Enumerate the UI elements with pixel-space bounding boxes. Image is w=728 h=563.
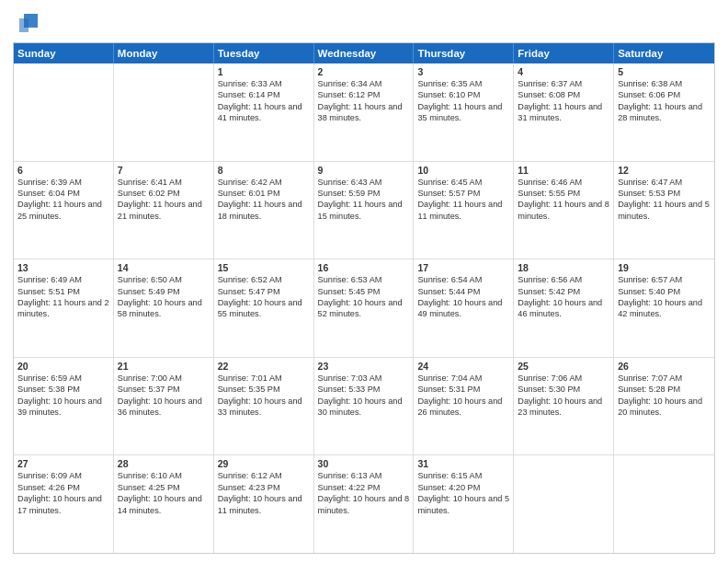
page: SundayMondayTuesdayWednesdayThursdayFrid… [0,0,728,563]
day-info: Sunrise: 6:09 AM Sunset: 4:26 PM Dayligh… [17,470,109,516]
day-number: 11 [518,165,609,176]
day-number: 5 [618,66,711,77]
cal-cell-empty-4-6 [614,455,714,553]
cal-cell-empty-0-0 [14,63,114,161]
cal-row-0: 1Sunrise: 6:33 AM Sunset: 6:14 PM Daylig… [14,63,714,162]
cal-cell-1: 1Sunrise: 6:33 AM Sunset: 6:14 PM Daylig… [214,63,314,161]
day-info: Sunrise: 6:38 AM Sunset: 6:06 PM Dayligh… [618,78,711,124]
day-info: Sunrise: 6:34 AM Sunset: 6:12 PM Dayligh… [318,78,410,124]
day-info: Sunrise: 6:35 AM Sunset: 6:10 PM Dayligh… [417,78,509,124]
day-number: 14 [118,262,210,273]
day-number: 23 [318,361,410,372]
cal-cell-29: 29Sunrise: 6:12 AM Sunset: 4:23 PM Dayli… [214,455,314,553]
cal-cell-15: 15Sunrise: 6:52 AM Sunset: 5:47 PM Dayli… [214,259,314,357]
header-day-tuesday: Tuesday [214,43,314,63]
cal-cell-2: 2Sunrise: 6:34 AM Sunset: 6:12 PM Daylig… [314,63,415,161]
day-number: 27 [17,458,109,469]
calendar: SundayMondayTuesdayWednesdayThursdayFrid… [13,42,715,554]
cal-cell-17: 17Sunrise: 6:54 AM Sunset: 5:44 PM Dayli… [414,259,514,357]
cal-row-3: 20Sunrise: 6:59 AM Sunset: 5:38 PM Dayli… [14,358,714,456]
svg-marker-1 [19,18,28,32]
day-info: Sunrise: 6:57 AM Sunset: 5:40 PM Dayligh… [618,274,711,320]
day-info: Sunrise: 6:53 AM Sunset: 5:45 PM Dayligh… [318,274,410,320]
cal-cell-6: 6Sunrise: 6:39 AM Sunset: 6:04 PM Daylig… [14,162,114,259]
day-number: 15 [218,262,310,273]
header-day-monday: Monday [114,43,214,63]
day-info: Sunrise: 6:41 AM Sunset: 6:02 PM Dayligh… [118,177,210,223]
day-info: Sunrise: 6:12 AM Sunset: 4:23 PM Dayligh… [218,470,310,516]
cal-cell-21: 21Sunrise: 7:00 AM Sunset: 5:37 PM Dayli… [114,358,214,455]
day-number: 30 [318,458,410,469]
day-info: Sunrise: 6:50 AM Sunset: 5:49 PM Dayligh… [118,274,210,320]
day-info: Sunrise: 6:54 AM Sunset: 5:44 PM Dayligh… [417,274,509,320]
cal-cell-8: 8Sunrise: 6:42 AM Sunset: 6:01 PM Daylig… [214,162,314,259]
cal-cell-24: 24Sunrise: 7:04 AM Sunset: 5:31 PM Dayli… [414,358,514,455]
day-number: 7 [118,165,210,176]
cal-cell-13: 13Sunrise: 6:49 AM Sunset: 5:51 PM Dayli… [14,259,114,357]
day-number: 18 [518,262,609,273]
day-info: Sunrise: 6:37 AM Sunset: 6:08 PM Dayligh… [518,78,609,124]
day-number: 3 [417,66,509,77]
day-info: Sunrise: 6:13 AM Sunset: 4:22 PM Dayligh… [318,470,410,516]
day-info: Sunrise: 7:04 AM Sunset: 5:31 PM Dayligh… [417,373,509,419]
day-number: 1 [218,66,310,77]
day-info: Sunrise: 6:59 AM Sunset: 5:38 PM Dayligh… [17,373,109,419]
day-number: 4 [518,66,609,77]
cal-row-1: 6Sunrise: 6:39 AM Sunset: 6:04 PM Daylig… [14,162,714,260]
header-day-sunday: Sunday [14,43,114,63]
cal-cell-19: 19Sunrise: 6:57 AM Sunset: 5:40 PM Dayli… [614,259,714,357]
day-info: Sunrise: 6:42 AM Sunset: 6:01 PM Dayligh… [218,177,310,223]
cal-cell-27: 27Sunrise: 6:09 AM Sunset: 4:26 PM Dayli… [14,455,114,553]
cal-cell-5: 5Sunrise: 6:38 AM Sunset: 6:06 PM Daylig… [614,63,714,161]
header-day-thursday: Thursday [414,43,514,63]
cal-cell-10: 10Sunrise: 6:45 AM Sunset: 5:57 PM Dayli… [414,162,514,259]
cal-row-4: 27Sunrise: 6:09 AM Sunset: 4:26 PM Dayli… [14,455,714,553]
day-info: Sunrise: 6:10 AM Sunset: 4:25 PM Dayligh… [118,470,210,516]
day-number: 20 [17,361,109,372]
day-number: 25 [518,361,609,372]
day-info: Sunrise: 6:46 AM Sunset: 5:55 PM Dayligh… [518,177,609,223]
day-info: Sunrise: 7:01 AM Sunset: 5:35 PM Dayligh… [218,373,310,419]
day-info: Sunrise: 6:43 AM Sunset: 5:59 PM Dayligh… [318,177,410,223]
day-info: Sunrise: 6:33 AM Sunset: 6:14 PM Dayligh… [218,78,310,124]
day-info: Sunrise: 6:52 AM Sunset: 5:47 PM Dayligh… [218,274,310,320]
cal-cell-16: 16Sunrise: 6:53 AM Sunset: 5:45 PM Dayli… [314,259,415,357]
cal-cell-11: 11Sunrise: 6:46 AM Sunset: 5:55 PM Dayli… [514,162,614,259]
cal-cell-14: 14Sunrise: 6:50 AM Sunset: 5:49 PM Dayli… [114,259,214,357]
cal-cell-30: 30Sunrise: 6:13 AM Sunset: 4:22 PM Dayli… [314,455,415,553]
logo-icon [15,9,42,37]
logo [13,9,42,37]
day-number: 2 [318,66,410,77]
day-number: 22 [218,361,310,372]
calendar-body: 1Sunrise: 6:33 AM Sunset: 6:14 PM Daylig… [14,63,714,553]
day-number: 26 [618,361,711,372]
day-info: Sunrise: 6:15 AM Sunset: 4:20 PM Dayligh… [417,470,509,516]
cal-cell-18: 18Sunrise: 6:56 AM Sunset: 5:42 PM Dayli… [514,259,614,357]
header-day-friday: Friday [514,43,614,63]
cal-cell-7: 7Sunrise: 6:41 AM Sunset: 6:02 PM Daylig… [114,162,214,259]
header [13,9,715,37]
day-number: 12 [618,165,711,176]
cal-cell-3: 3Sunrise: 6:35 AM Sunset: 6:10 PM Daylig… [414,63,514,161]
cal-cell-12: 12Sunrise: 6:47 AM Sunset: 5:53 PM Dayli… [614,162,714,259]
day-info: Sunrise: 6:45 AM Sunset: 5:57 PM Dayligh… [417,177,509,223]
day-number: 21 [118,361,210,372]
cal-cell-23: 23Sunrise: 7:03 AM Sunset: 5:33 PM Dayli… [314,358,415,455]
day-info: Sunrise: 6:47 AM Sunset: 5:53 PM Dayligh… [618,177,711,223]
day-number: 31 [417,458,509,469]
cal-cell-25: 25Sunrise: 7:06 AM Sunset: 5:30 PM Dayli… [514,358,614,455]
day-number: 19 [618,262,711,273]
day-number: 8 [218,165,310,176]
cal-cell-empty-0-1 [114,63,214,161]
day-number: 16 [318,262,410,273]
day-number: 10 [417,165,509,176]
calendar-header-row: SundayMondayTuesdayWednesdayThursdayFrid… [14,43,714,63]
day-number: 9 [318,165,410,176]
day-info: Sunrise: 6:39 AM Sunset: 6:04 PM Dayligh… [17,177,109,223]
day-number: 24 [417,361,509,372]
day-number: 6 [17,165,109,176]
cal-cell-28: 28Sunrise: 6:10 AM Sunset: 4:25 PM Dayli… [114,455,214,553]
day-info: Sunrise: 7:07 AM Sunset: 5:28 PM Dayligh… [618,373,711,419]
header-day-wednesday: Wednesday [314,43,415,63]
day-info: Sunrise: 6:56 AM Sunset: 5:42 PM Dayligh… [518,274,609,320]
